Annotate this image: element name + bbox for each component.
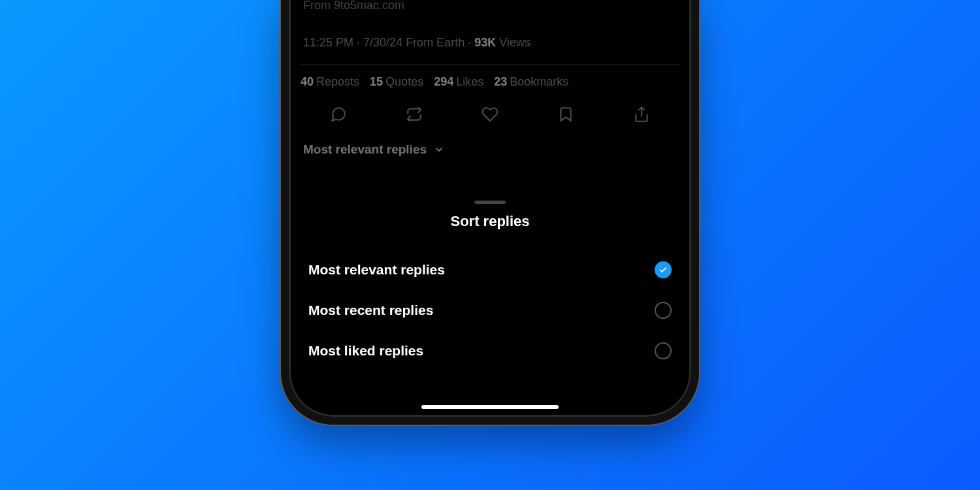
chevron-down-icon: [433, 144, 445, 155]
sheet-title: Sort replies: [307, 213, 673, 230]
screen: iPhone 16 colors and redesigned camera b…: [289, 0, 691, 417]
radio-selected-icon[interactable]: [655, 261, 672, 278]
sort-option-most-liked[interactable]: Most liked replies: [307, 331, 673, 371]
bookmarks-stat: 23Bookmarks: [494, 75, 568, 89]
quotes-stat: 15Quotes: [370, 75, 423, 89]
share-icon: [633, 106, 650, 125]
likes-stat: 294Likes: [434, 75, 483, 89]
sort-option-label: Most relevant replies: [308, 262, 445, 278]
phone-frame: iPhone 16 colors and redesigned camera b…: [281, 0, 699, 425]
engagement-stats: 40Reposts 15Quotes 294Likes 23Bookmarks: [301, 75, 679, 89]
link-source: From 9to5mac.com: [303, 0, 677, 12]
sort-replies-sheet[interactable]: Sort replies Most relevant replies Most …: [289, 191, 691, 417]
background-post: iPhone 16 colors and redesigned camera b…: [289, 0, 691, 170]
sheet-grabber[interactable]: [474, 201, 506, 204]
reply-icon: [330, 106, 347, 125]
reposts-stat: 40Reposts: [301, 75, 359, 89]
like-icon: [482, 106, 498, 125]
divider: [301, 64, 679, 65]
action-bar: [301, 106, 679, 125]
sort-option-label: Most recent replies: [308, 302, 433, 318]
current-sort-dropdown: Most relevant replies: [303, 142, 677, 157]
current-sort-label: Most relevant replies: [303, 142, 427, 157]
sort-option-label: Most liked replies: [308, 343, 423, 359]
radio-unselected-icon[interactable]: [655, 302, 672, 319]
radio-unselected-icon[interactable]: [655, 342, 672, 359]
post-meta: 11:25 PM · 7/30/24 From Earth · 93K View…: [303, 36, 677, 50]
bookmark-icon: [557, 106, 574, 125]
sort-option-most-relevant[interactable]: Most relevant replies: [307, 250, 673, 290]
repost-icon: [406, 106, 423, 125]
sort-option-most-recent[interactable]: Most recent replies: [307, 290, 673, 331]
home-indicator[interactable]: [421, 405, 559, 409]
